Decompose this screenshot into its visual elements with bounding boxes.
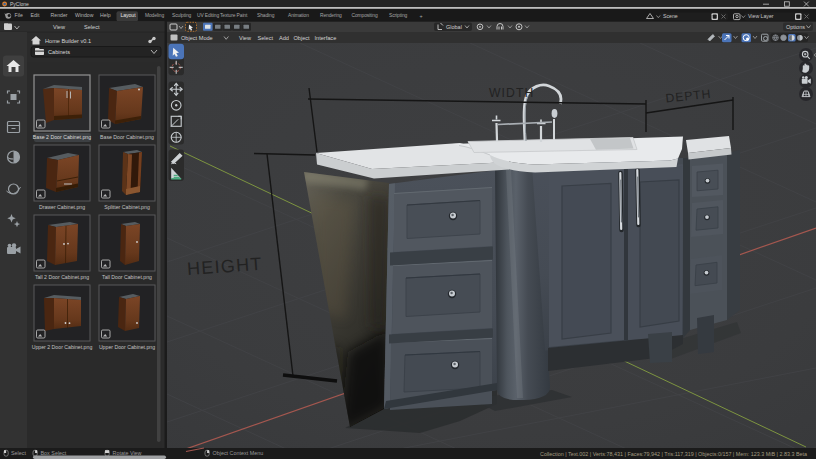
- svg-text:Rendering: Rendering: [320, 13, 342, 18]
- svg-text:Sculpting: Sculpting: [172, 13, 192, 18]
- svg-text:Box Select: Box Select: [41, 450, 67, 456]
- svg-text:Drawer Cabinet.png: Drawer Cabinet.png: [39, 204, 85, 210]
- svg-text:View: View: [239, 35, 252, 41]
- svg-text:Scripting: Scripting: [389, 13, 408, 18]
- svg-text:Texture Paint: Texture Paint: [220, 13, 248, 18]
- svg-text:Select: Select: [84, 24, 100, 30]
- svg-text:Rotate View: Rotate View: [113, 450, 142, 456]
- svg-text:Base Door Cabinet.png: Base Door Cabinet.png: [100, 134, 154, 140]
- svg-text:Edit: Edit: [31, 12, 40, 18]
- svg-text:Layout: Layout: [121, 12, 137, 18]
- svg-text:View: View: [53, 24, 66, 30]
- svg-text:+: +: [420, 13, 423, 19]
- svg-text:Tall Door Cabinet.png: Tall Door Cabinet.png: [102, 274, 152, 280]
- svg-text:Home Builder v0.1: Home Builder v0.1: [45, 38, 91, 44]
- svg-text:PyClone: PyClone: [10, 1, 29, 7]
- svg-text:Select: Select: [258, 35, 274, 41]
- svg-text:Splitter Cabinet.png: Splitter Cabinet.png: [104, 204, 150, 210]
- svg-text:Cabinets: Cabinets: [48, 49, 70, 55]
- svg-text:Global: Global: [446, 24, 462, 30]
- svg-text:Interface: Interface: [315, 35, 337, 41]
- svg-text:Scene: Scene: [663, 13, 678, 19]
- svg-text:Collection | Text.002 | Verts:: Collection | Text.002 | Verts:78,431 | F…: [540, 451, 807, 457]
- svg-text:Object Context Menu: Object Context Menu: [213, 450, 264, 456]
- svg-text:UV Editing: UV Editing: [197, 13, 219, 18]
- svg-text:Shading: Shading: [257, 13, 275, 18]
- svg-text:Options: Options: [786, 24, 805, 30]
- svg-text:Upper Door Cabinet.png: Upper Door Cabinet.png: [99, 344, 155, 350]
- svg-text:Tall 2 Door Cabinet.png: Tall 2 Door Cabinet.png: [35, 274, 89, 280]
- svg-text:Compositing: Compositing: [352, 13, 378, 18]
- svg-text:Select: Select: [11, 450, 26, 456]
- svg-text:Render: Render: [51, 12, 68, 18]
- svg-text:View Layer: View Layer: [748, 13, 774, 19]
- svg-text:Animation: Animation: [288, 13, 309, 18]
- svg-text:Upper 2 Door Cabinet.png: Upper 2 Door Cabinet.png: [32, 344, 93, 350]
- svg-text:Base 2 Door Cabinet.png: Base 2 Door Cabinet.png: [33, 134, 91, 140]
- svg-text:Help: Help: [100, 12, 111, 18]
- svg-text:Object Mode: Object Mode: [181, 35, 213, 41]
- svg-text:File: File: [15, 12, 23, 18]
- svg-text:WIDTH: WIDTH: [489, 86, 534, 100]
- svg-text:Add: Add: [279, 35, 289, 41]
- svg-text:Object: Object: [294, 35, 311, 41]
- svg-text:Modeling: Modeling: [145, 13, 164, 18]
- svg-text:Window: Window: [75, 12, 94, 18]
